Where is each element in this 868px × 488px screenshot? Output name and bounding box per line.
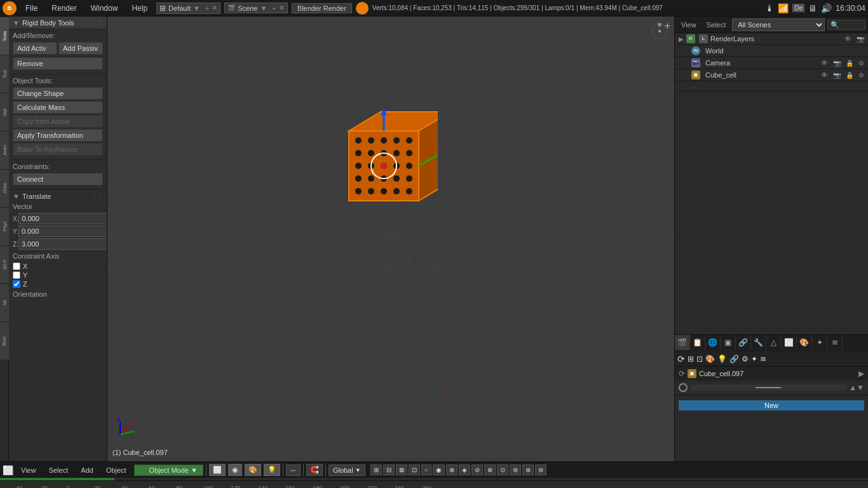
tab-boolt[interactable]: Bool [0, 322, 9, 360]
mode-icon[interactable]: ⬜ [3, 465, 13, 475]
render-icon-cubecell[interactable]: 📷 [833, 72, 841, 79]
grid-btn-11[interactable]: ⊙ [497, 464, 508, 475]
tab-tools[interactable]: Tools [0, 17, 9, 55]
object-mode-button[interactable]: Object Mode ▼ [134, 464, 203, 476]
add-active-button[interactable]: Add Activ [13, 42, 57, 55]
prop-tool-5[interactable]: 💡 [717, 355, 727, 363]
grid-btn-10[interactable]: ⊗ [484, 464, 496, 475]
apply-transformation-button[interactable]: Apply Transformation [13, 129, 103, 142]
viewport[interactable]: User Persp [107, 17, 674, 461]
outliner-item-renderlayers[interactable]: ▶ R L RenderLayers 👁 📷 [675, 33, 868, 45]
y-checkbox[interactable] [13, 271, 20, 279]
menu-file[interactable]: File [20, 3, 43, 14]
new-button[interactable]: New [679, 400, 864, 410]
prop-tool-1[interactable]: ⟳ [677, 354, 685, 364]
camera-icon-renderlayers[interactable]: 📷 [857, 36, 864, 43]
connect-button[interactable]: Connect [13, 173, 103, 186]
grid-btn-12[interactable]: ⊚ [510, 464, 521, 475]
grid-btn-1[interactable]: ⊞ [370, 464, 382, 475]
tab-animation[interactable]: Anim [0, 131, 9, 169]
grid-btn-4[interactable]: ⊡ [409, 464, 420, 475]
grid-btn-9[interactable]: ⊘ [471, 464, 483, 475]
prop-tab-data[interactable]: △ [766, 335, 782, 350]
wireframe-button[interactable]: ⬜ [209, 464, 226, 476]
settings-icon-cubecell[interactable]: ⚙ [858, 72, 864, 79]
prop-tool-3[interactable]: ⊡ [696, 355, 703, 363]
grid-btn-2[interactable]: ⊟ [383, 464, 395, 475]
prop-tool-6[interactable]: 🔗 [729, 355, 739, 363]
layout-selector[interactable]: ⊞ Default ▼ + ✕ [156, 3, 220, 14]
rendered-button[interactable]: 💡 [264, 464, 280, 476]
add-menu[interactable]: Add [76, 465, 98, 475]
grid-btn-6[interactable]: ◉ [433, 464, 445, 475]
settings-icon-camera[interactable]: ⚙ [858, 60, 864, 67]
outliner-item-camera[interactable]: 📷 Camera 👁 📷 🔒 ⚙ [675, 57, 868, 69]
lock-icon-camera[interactable]: 🔒 [846, 60, 853, 67]
render-icon-camera[interactable]: 📷 [833, 60, 841, 67]
mode-dropdown[interactable]: ▼ [191, 466, 198, 474]
solid-button[interactable]: ◉ [228, 464, 242, 476]
view-menu[interactable]: View [16, 465, 41, 475]
x-input[interactable] [18, 213, 107, 224]
bake-to-keyframes-button[interactable]: Bake To Keyframes [13, 143, 103, 156]
selector-scroll-up[interactable]: ▲ [849, 383, 857, 392]
grid-btn-13[interactable]: ⊛ [522, 464, 534, 475]
prop-tab-physics[interactable]: ≋ [827, 335, 843, 350]
z-input[interactable] [18, 238, 107, 250]
grid-btn-7[interactable]: ⊕ [446, 464, 458, 475]
selector-scroll-down[interactable]: ▼ [857, 383, 864, 392]
prop-tab-constraints[interactable]: 🔗 [736, 335, 751, 350]
lock-icon-cubecell[interactable]: 🔒 [846, 72, 853, 79]
add-passive-button[interactable]: Add Passiv [58, 42, 103, 55]
y-input[interactable] [18, 226, 107, 237]
grid-btn-8[interactable]: ◈ [459, 464, 470, 475]
prop-tab-world[interactable]: 🌐 [705, 335, 721, 350]
prop-tab-modifiers[interactable]: 🔧 [751, 335, 766, 350]
prop-tab-particles[interactable]: ✦ [812, 335, 827, 350]
tab-tool-options[interactable]: Tool [0, 55, 9, 93]
menu-help[interactable]: Help [126, 3, 153, 14]
prop-tool-9[interactable]: ≋ [760, 355, 766, 363]
prop-tab-object[interactable]: ▣ [721, 335, 736, 350]
object-menu[interactable]: Object [101, 465, 132, 475]
tab-history[interactable]: Hist [0, 93, 9, 131]
prop-tool-2[interactable]: ⊞ [688, 355, 694, 363]
prop-tab-render[interactable]: 🎬 [675, 335, 690, 350]
tab-grease-pencil[interactable]: Grea [0, 169, 9, 207]
scene-selector[interactable]: 🎬 Scene ▼ + ✕ [224, 3, 288, 13]
tab-physics[interactable]: Phys [0, 207, 9, 245]
change-shape-button[interactable]: Change Shape [13, 87, 103, 100]
scene-dropdown[interactable]: All Scenes [732, 18, 825, 31]
grid-btn-3[interactable]: ⊠ [396, 464, 407, 475]
translate-toggle[interactable]: ▼ [13, 193, 20, 200]
snap-button[interactable]: 🧲 [306, 464, 323, 476]
prop-tool-4[interactable]: 🎨 [705, 355, 715, 363]
x-checkbox[interactable] [13, 262, 20, 270]
copy-from-active-button[interactable]: Copy from Active [13, 115, 103, 128]
outliner-item-cubecell[interactable]: ▣ Cube_cell 👁 📷 🔒 ⚙ [675, 69, 868, 81]
tab-3dprint[interactable]: 3D P [0, 245, 9, 283]
selector-dot[interactable] [679, 383, 688, 392]
eye-icon-renderlayers[interactable]: 👁 [844, 35, 851, 43]
search-input[interactable] [827, 20, 865, 30]
outliner-item-world[interactable]: W World [675, 45, 868, 57]
renderlayers-expand[interactable]: ▶ [679, 36, 684, 43]
texture-button[interactable]: 🎨 [245, 464, 261, 476]
prop-tool-7[interactable]: ⚙ [742, 355, 749, 363]
select-button[interactable]: Select [703, 20, 730, 30]
view-button[interactable]: View [677, 20, 700, 30]
remove-button[interactable]: Remove [13, 57, 103, 70]
panel-toggle[interactable]: ▼ [13, 19, 20, 27]
manipulator-button[interactable]: ↔ [286, 464, 301, 476]
prop-tool-8[interactable]: ✦ [751, 355, 757, 363]
viewport-add-button[interactable]: + [665, 20, 670, 32]
prop-tab-materials[interactable]: ⬜ [782, 335, 797, 350]
panel-menu[interactable]: ⋮ [96, 18, 103, 27]
tab-mi[interactable]: MI [0, 283, 9, 322]
grid-btn-5[interactable]: ○ [421, 464, 431, 475]
grid-btn-14[interactable]: ⊜ [535, 464, 546, 475]
prop-tab-scene[interactable]: 📋 [690, 335, 705, 350]
menu-render[interactable]: Render [46, 3, 81, 14]
selector-bar[interactable] [690, 384, 846, 391]
calculate-mass-button[interactable]: Calculate Mass [13, 101, 103, 114]
